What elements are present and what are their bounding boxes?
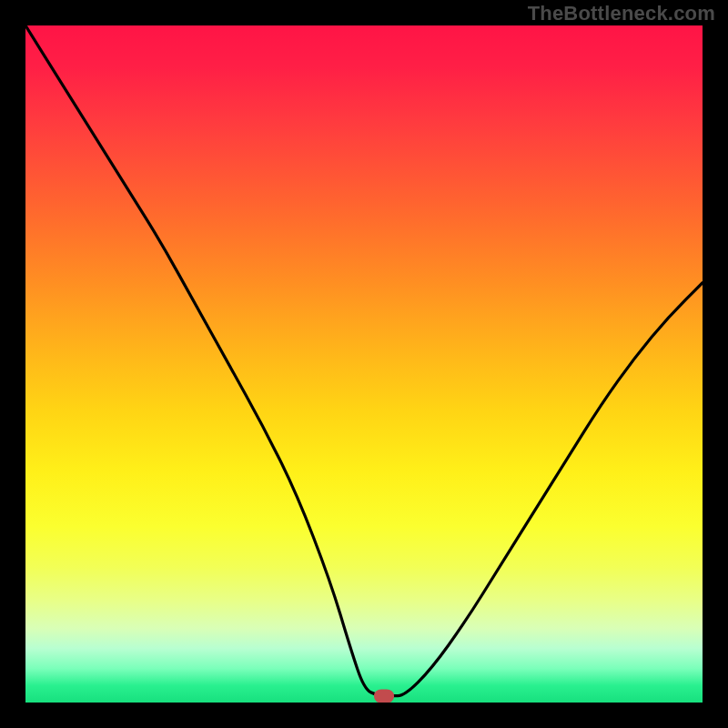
chart-frame: TheBottleneck.com [0, 0, 728, 728]
bottleneck-curve [25, 25, 703, 703]
watermark-text: TheBottleneck.com [528, 2, 715, 25]
plot-area [25, 25, 703, 703]
curve-path [25, 25, 703, 696]
optimum-marker [374, 689, 394, 703]
